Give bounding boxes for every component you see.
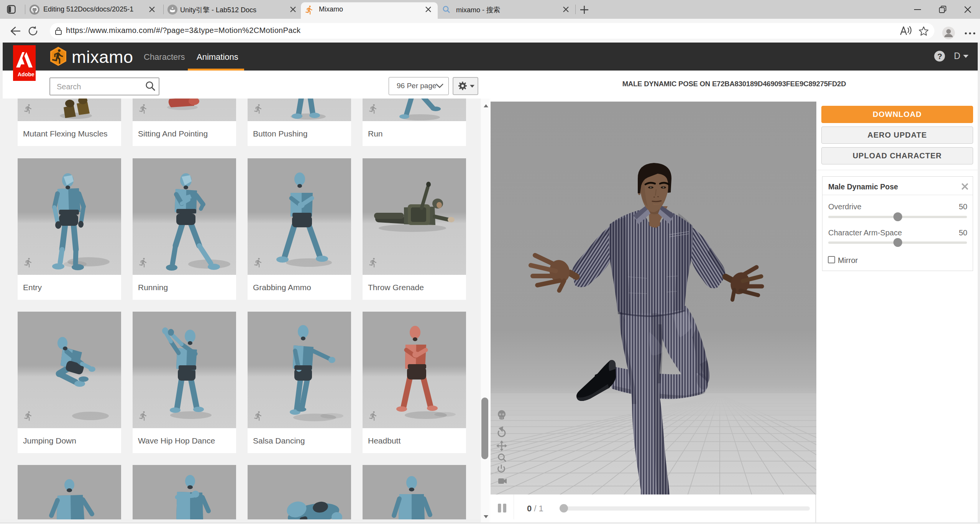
svg-text:Adobe: Adobe [18,71,34,77]
svg-text:?: ? [937,52,942,61]
